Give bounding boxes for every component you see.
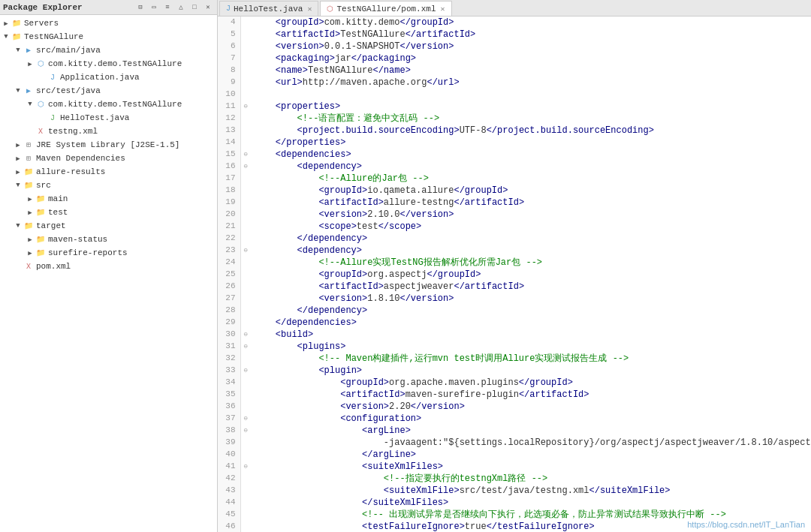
editor-tab-pomxml[interactable]: ⬡TestNGAllure/pom.xml✕ — [320, 1, 451, 16]
tab-close-hellotest[interactable]: ✕ — [307, 5, 312, 14]
sidebar-item-testng-xml[interactable]: Xtestng.xml — [0, 125, 217, 138]
tree-arrow-maven-deps[interactable]: ▶ — [14, 155, 23, 163]
tree-arrow-pkg-main[interactable]: ▶ — [26, 60, 35, 68]
sidebar-item-surefire-reports[interactable]: ▶📁surefire-reports — [0, 246, 217, 260]
line-number-45: 45 — [218, 509, 240, 521]
tree-arrow-servers[interactable]: ▶ — [2, 20, 11, 28]
tree-label-test-dir: test — [48, 208, 68, 217]
fold-31[interactable]: ⊖ — [240, 341, 251, 353]
tree-arrow-src[interactable]: ▼ — [14, 182, 23, 189]
tree-arrow-allure-results[interactable]: ▶ — [14, 168, 23, 176]
sidebar-item-src-main-java[interactable]: ▼▶src/main/java — [0, 44, 217, 57]
sidebar-item-src-test-java[interactable]: ▼▶src/test/java — [0, 84, 217, 98]
fold-23[interactable]: ⊖ — [240, 245, 251, 257]
fold-20[interactable] — [240, 209, 251, 221]
line-number-41: 41 — [218, 461, 240, 473]
fold-12[interactable] — [240, 113, 251, 125]
tree-arrow-target[interactable]: ▼ — [14, 222, 23, 230]
fold-27[interactable] — [240, 293, 251, 305]
tree-arrow-src-test-java[interactable]: ▼ — [14, 87, 23, 95]
tab-close-pomxml[interactable]: ✕ — [441, 5, 445, 14]
fold-30[interactable]: ⊖ — [240, 329, 251, 341]
sidebar-item-servers[interactable]: ▶📁Servers — [0, 17, 217, 30]
collapse-icon[interactable]: ⊟ — [134, 2, 146, 14]
fold-44[interactable] — [240, 497, 251, 509]
triangle-icon[interactable]: △ — [175, 2, 187, 14]
link-icon[interactable]: ▭ — [148, 2, 160, 14]
fold-4[interactable] — [240, 17, 251, 29]
fold-16[interactable]: ⊖ — [240, 161, 251, 173]
fold-26[interactable] — [240, 281, 251, 293]
tree-icon-application-java: J — [47, 72, 59, 83]
fold-14[interactable] — [240, 137, 251, 149]
sidebar-item-pkg-test[interactable]: ▼⬡com.kitty.demo.TestNGAllure — [0, 98, 217, 111]
editor-content[interactable]: 4 <groupId>com.kitty.demo</groupId>5 <ar… — [218, 17, 811, 532]
tab-icon-pomxml: ⬡ — [327, 5, 333, 14]
fold-9[interactable] — [240, 77, 251, 89]
fold-5[interactable] — [240, 29, 251, 41]
fold-28[interactable] — [240, 305, 251, 317]
fold-8[interactable] — [240, 65, 251, 77]
sidebar-item-test-dir[interactable]: ▶📁test — [0, 206, 217, 219]
fold-17[interactable] — [240, 173, 251, 185]
tree-icon-jre-system: ⊞ — [23, 140, 35, 150]
tree-arrow-jre-system[interactable]: ▶ — [14, 141, 23, 149]
fold-46[interactable] — [240, 521, 251, 532]
tree-arrow-pkg-test[interactable]: ▼ — [26, 101, 35, 108]
fold-10[interactable] — [240, 89, 251, 101]
fold-32[interactable] — [240, 353, 251, 365]
fold-19[interactable] — [240, 197, 251, 209]
fold-22[interactable] — [240, 233, 251, 245]
fold-40[interactable] — [240, 449, 251, 461]
fold-37[interactable]: ⊖ — [240, 413, 251, 425]
line-number-38: 38 — [218, 425, 240, 437]
fold-41[interactable]: ⊖ — [240, 461, 251, 473]
fold-11[interactable]: ⊖ — [240, 101, 251, 113]
sidebar-item-main-dir[interactable]: ▶📁main — [0, 192, 217, 206]
fold-35[interactable] — [240, 389, 251, 401]
fold-29[interactable] — [240, 317, 251, 329]
sidebar-item-maven-status[interactable]: ▶📁maven-status — [0, 233, 217, 246]
tree-arrow-surefire-reports[interactable]: ▶ — [26, 249, 35, 257]
sidebar-item-target[interactable]: ▼📁target — [0, 219, 217, 233]
menu-icon[interactable]: ≡ — [161, 2, 173, 14]
editor-tab-hellotest[interactable]: JHelloTest.java✕ — [219, 1, 318, 16]
tree-arrow-main-dir[interactable]: ▶ — [26, 195, 35, 203]
code-line-26: 26 <artifactId>aspectjweaver</artifactId… — [218, 281, 811, 293]
sidebar-item-allure-results[interactable]: ▶📁allure-results — [0, 165, 217, 179]
tree-arrow-maven-status[interactable]: ▶ — [26, 236, 35, 244]
fold-33[interactable]: ⊖ — [240, 365, 251, 377]
tree-arrow-src-main-java[interactable]: ▼ — [14, 47, 23, 54]
tree-icon-pkg-test: ⬡ — [35, 99, 47, 110]
fold-18[interactable] — [240, 185, 251, 197]
sidebar-item-testngallure[interactable]: ▼📁TestNGAllure — [0, 30, 217, 44]
fold-6[interactable] — [240, 41, 251, 53]
sidebar-item-jre-system[interactable]: ▶⊞JRE System Library [J2SE-1.5] — [0, 138, 217, 152]
code-content-19: <artifactId>allure-testng</artifactId> — [251, 197, 811, 209]
fold-13[interactable] — [240, 125, 251, 137]
fold-25[interactable] — [240, 269, 251, 281]
tree-label-maven-status: maven-status — [48, 235, 107, 244]
fold-24[interactable] — [240, 257, 251, 269]
tree-arrow-testngallure[interactable]: ▼ — [2, 33, 11, 41]
fold-38[interactable]: ⊖ — [240, 425, 251, 437]
fold-42[interactable] — [240, 473, 251, 485]
close-sidebar-icon[interactable]: ✕ — [202, 2, 214, 14]
fold-21[interactable] — [240, 221, 251, 233]
fold-34[interactable] — [240, 377, 251, 389]
sidebar-item-pkg-main[interactable]: ▶⬡com.kitty.demo.TestNGAllure — [0, 57, 217, 71]
sidebar-item-hellotest-java[interactable]: JHelloTest.java — [0, 111, 217, 125]
sidebar-item-application-java[interactable]: JApplication.java — [0, 71, 217, 84]
sidebar-item-pom-xml[interactable]: Xpom.xml — [0, 260, 217, 273]
fold-43[interactable] — [240, 485, 251, 497]
fold-45[interactable] — [240, 509, 251, 521]
sidebar-item-src[interactable]: ▼📁src — [0, 179, 217, 192]
fold-15[interactable]: ⊖ — [240, 149, 251, 161]
fold-36[interactable] — [240, 401, 251, 413]
code-line-30: 30⊖ <build> — [218, 329, 811, 341]
sidebar-item-maven-deps[interactable]: ▶⊞Maven Dependencies — [0, 152, 217, 165]
tree-arrow-test-dir[interactable]: ▶ — [26, 209, 35, 217]
maximize-icon[interactable]: □ — [188, 2, 200, 14]
fold-7[interactable] — [240, 53, 251, 65]
fold-39[interactable] — [240, 437, 251, 449]
